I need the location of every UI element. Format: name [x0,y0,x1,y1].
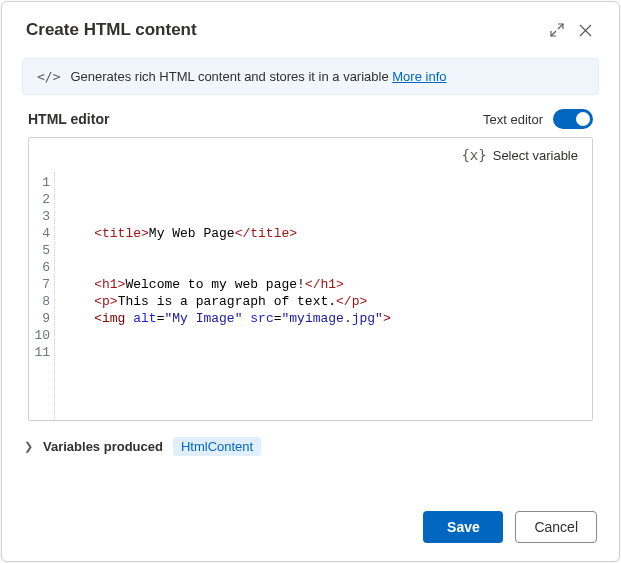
expand-icon[interactable] [543,16,571,44]
select-variable-button[interactable]: Select variable [493,148,578,163]
code-icon: </> [37,69,60,84]
text-editor-toggle-group: Text editor [483,109,593,129]
dialog-header: Create HTML content [2,2,619,58]
code-line[interactable] [63,208,592,225]
line-number: 1 [29,174,50,191]
line-number-gutter: 1234567891011 [29,172,55,420]
line-number: 3 [29,208,50,225]
line-number: 4 [29,225,50,242]
variable-pill-htmlcontent[interactable]: HtmlContent [173,437,261,456]
toggle-label: Text editor [483,112,543,127]
line-number: 10 [29,327,50,344]
line-number: 2 [29,191,50,208]
line-number: 5 [29,242,50,259]
info-bar: </> Generates rich HTML content and stor… [22,58,599,95]
code-content[interactable]: <title>My Web Page</title> <h1>Welcome t… [55,172,592,420]
line-number: 8 [29,293,50,310]
code-line[interactable] [63,259,592,276]
chevron-right-icon: ❯ [24,440,33,453]
editor-toolbar: {x} Select variable [29,138,592,172]
more-info-link[interactable]: More info [392,69,446,84]
line-number: 11 [29,344,50,361]
code-editor: {x} Select variable 1234567891011 <title… [28,137,593,421]
code-line[interactable]: <p>This is a paragraph of text.</p> [63,293,592,310]
code-line[interactable]: <title>My Web Page</title> [63,225,592,242]
line-number: 9 [29,310,50,327]
code-line[interactable] [63,174,592,191]
save-button[interactable]: Save [423,511,503,543]
info-text: Generates rich HTML content and stores i… [70,69,446,84]
dialog-create-html-content: Create HTML content </> Generates rich H… [1,1,620,562]
code-line[interactable] [63,191,592,208]
dialog-footer: Save Cancel [2,493,619,561]
code-line[interactable]: <h1>Welcome to my web page!</h1> [63,276,592,293]
editor-label: HTML editor [28,111,483,127]
line-number: 6 [29,259,50,276]
code-line[interactable] [63,344,592,361]
code-line[interactable]: <img alt="My Image" src="myimage.jpg"> [63,310,592,327]
cancel-button[interactable]: Cancel [515,511,597,543]
code-line[interactable] [63,327,592,344]
dialog-title: Create HTML content [26,20,543,40]
editor-header: HTML editor Text editor [2,109,619,137]
line-number: 7 [29,276,50,293]
close-icon[interactable] [571,16,599,44]
code-area[interactable]: 1234567891011 <title>My Web Page</title>… [29,172,592,420]
variables-produced-row[interactable]: ❯ Variables produced HtmlContent [2,421,619,456]
variable-icon: {x} [461,147,486,163]
variables-produced-label: Variables produced [43,439,163,454]
text-editor-toggle[interactable] [553,109,593,129]
code-line[interactable] [63,242,592,259]
